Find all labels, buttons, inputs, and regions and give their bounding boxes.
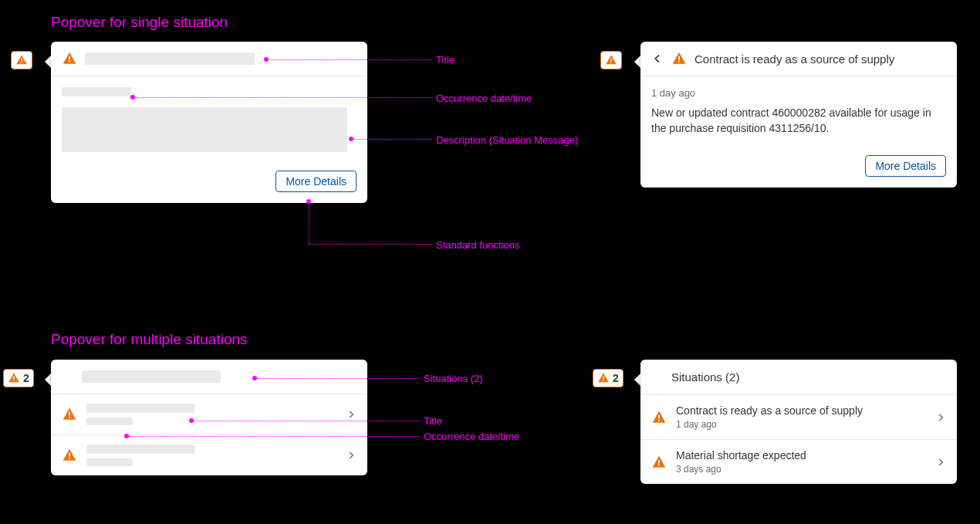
annotation-standard-functions: Standard functions — [436, 239, 519, 251]
warning-icon — [8, 372, 20, 384]
more-details-button[interactable]: More Details — [275, 171, 357, 192]
list-item[interactable] — [51, 435, 367, 475]
time-placeholder — [62, 87, 131, 96]
chevron-right-icon — [935, 412, 946, 423]
chevron-right-icon — [346, 409, 357, 420]
multi-situation-popover: Situations (2) Contract is ready as a so… — [640, 360, 957, 484]
item-time-placeholder — [86, 418, 133, 425]
single-situation-popover: Contract is ready as a source of supply … — [640, 42, 957, 188]
warning-icon — [15, 54, 28, 66]
chevron-right-icon — [346, 450, 357, 461]
title-placeholder — [85, 52, 255, 65]
warning-icon — [597, 372, 610, 384]
chevron-right-icon — [935, 457, 946, 468]
item-time: 1 day ago — [676, 419, 926, 430]
occurrence-time: 1 day ago — [651, 87, 946, 99]
annotation-title: Title — [424, 415, 442, 427]
annotation-occurrence: Occurrence date/time — [424, 431, 519, 442]
warning-icon — [651, 455, 667, 470]
situation-badge-count[interactable]: 2 — [3, 369, 34, 387]
situation-badge[interactable] — [11, 51, 32, 69]
multi-situation-popover-skeleton — [51, 360, 367, 475]
annotation-title: Title — [436, 54, 455, 66]
item-title: Contract is ready as a source of supply — [676, 404, 926, 417]
list-item[interactable]: Material shortage expected 3 days ago — [640, 440, 957, 484]
item-title-placeholder — [86, 445, 194, 454]
annotation-situations-count: Situations (2) — [424, 373, 483, 384]
warning-icon — [62, 448, 77, 463]
situation-description: New or updated contract 460000282 availa… — [651, 105, 946, 137]
item-title: Material shortage expected — [676, 449, 926, 461]
item-time-placeholder — [86, 458, 133, 466]
list-header: Situations (2) — [640, 360, 957, 395]
more-details-button[interactable]: More Details — [865, 155, 946, 177]
warning-icon — [62, 51, 77, 66]
situation-badge-count[interactable]: 2 — [593, 369, 623, 387]
item-time: 3 days ago — [676, 464, 926, 475]
warning-icon — [671, 51, 687, 66]
warning-icon — [651, 410, 667, 425]
back-button-icon[interactable] — [651, 52, 664, 65]
warning-icon — [605, 54, 617, 66]
list-item[interactable]: Contract is ready as a source of supply … — [640, 395, 957, 440]
badge-count: 2 — [613, 372, 619, 384]
section-title-multiple: Popover for multiple situations — [51, 331, 248, 348]
description-placeholder — [62, 107, 347, 152]
annotation-occurrence: Occurrence date/time — [436, 93, 532, 104]
item-title-placeholder — [86, 404, 194, 413]
list-item[interactable] — [51, 394, 367, 435]
warning-icon — [62, 407, 77, 422]
badge-count: 2 — [23, 372, 29, 384]
popover-title: Contract is ready as a source of supply — [694, 52, 894, 66]
annotation-description: Description (Situation Message) — [436, 134, 578, 146]
single-situation-popover-skeleton: More Details — [51, 42, 367, 203]
list-header-placeholder — [82, 370, 221, 383]
section-title-single: Popover for single situation — [51, 14, 228, 31]
situation-badge[interactable] — [600, 51, 622, 69]
